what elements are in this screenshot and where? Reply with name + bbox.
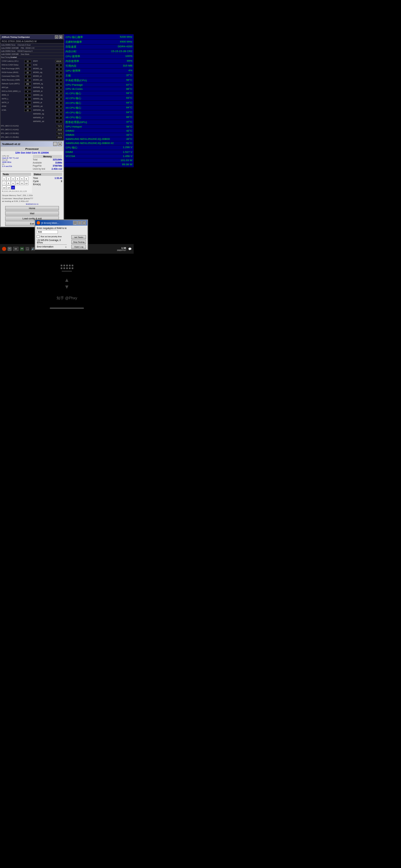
hw-row-core1: #1 CPU 核心 64°C	[65, 91, 133, 96]
hw-row-gpu-usage: GPU 使用率 4%	[65, 69, 133, 73]
hw-row-core3: #3 CPU 核心 64°C	[65, 101, 133, 106]
dialog-icon	[37, 221, 40, 225]
test-pattern: 8,1,9,1,14,2,0,10,1,11,1,15	[2, 190, 31, 192]
hw-row-mem-timing: 内存计时 15-15-15-28 CR2	[65, 49, 133, 54]
taskbar-time: 1:38 2022/7/17	[117, 247, 126, 251]
status-title: Status	[33, 173, 62, 176]
hw-row-dimm4: DIMM4 43°C	[65, 133, 133, 137]
mem-available: 316Mb	[55, 161, 62, 164]
dialog-box: [0 Errors] Mem... _ □ × Enter megabytes …	[35, 219, 88, 250]
date-display: 2022/7/17	[117, 249, 126, 251]
taskbar-icon-audio[interactable]: 🎧	[25, 247, 29, 251]
screenshot-area: ASRock Timing Configurator - × ROG STRIX…	[0, 34, 134, 254]
hw-row-cpu-package: CPU Package 67°C	[65, 83, 133, 87]
status-cycle: 3	[61, 180, 62, 182]
customize-label: Customize: HeavySopt @anta777	[1, 197, 63, 200]
zhihu-watermark: 知乎 @Phxy	[57, 293, 77, 303]
hw-row-samsung1: SAMSUNG MZVL2512HCJQ-00B00 43°C	[65, 137, 133, 141]
hw-row-power2: 89.38 W	[65, 162, 133, 167]
processor-name: 12th Gen Intel Core i5-12600K	[1, 151, 63, 154]
keyboard-area	[61, 259, 73, 274]
taskbar-icon-volume[interactable]: 🔊	[31, 247, 35, 251]
hw-row-vccsa: VCCSA 1.456 V	[65, 154, 133, 158]
bottom-area: ▲ ▼ 知乎 @Phxy	[0, 254, 134, 313]
nav-down-arrow[interactable]: ▼	[64, 284, 70, 290]
hw-row-cpu-usage: CPU 使用率 100%	[65, 54, 133, 59]
ram-input[interactable]	[37, 230, 58, 234]
asrock-panel: ASRock Timing Configurator - × ROG STRIX…	[0, 34, 64, 141]
hw-row-core2: #2 CPU 核心 63°C	[65, 96, 133, 101]
open-log-btn[interactable]: Open Log	[71, 245, 86, 249]
hw-row-gpu-temp: 图形处理器(GPU) 47°C	[65, 120, 133, 125]
asrock-title: ASRock Timing Configurator	[2, 36, 30, 38]
simple-test-label: Simple Memory Test*, 256, 1.3Gb	[1, 194, 63, 197]
taskbar-icon-64[interactable]: 64	[13, 247, 19, 251]
mem-pagefile: 37897Mb	[53, 165, 62, 167]
hw-row-samsung2: SAMSUNG MZVL2512HCJQ-00B00 #2 51°C	[65, 141, 133, 145]
testmem-titlebar: TestMem5 v0.12 _ ×	[1, 141, 63, 147]
dialog-titlebar: [0 Errors] Mem... _ □ ×	[35, 220, 87, 226]
asrock-subtitle: ROG STRIX Z690-A GAMING W	[0, 39, 64, 44]
checkbox-label: Run as low priority thre	[40, 236, 61, 238]
testmem-website[interactable]: testmem.tz.ru	[1, 203, 63, 205]
hw-row-core4: #4 CPU 核心 64°C	[65, 106, 133, 110]
taskbar-icon-red[interactable]	[2, 247, 6, 251]
mem-total: 32510Mb	[53, 158, 62, 161]
processor-section-title: Processor	[1, 147, 63, 151]
home-button[interactable]: Home	[5, 206, 59, 210]
dialog-button-group: tart Testin Stop Testing Open Log	[71, 235, 86, 249]
asrock-close-btn[interactable]: ×	[59, 35, 62, 39]
status-time: 1:33.46	[54, 177, 62, 179]
coverage-text: \ [\] 945.6% Coverage, 0 Errors	[37, 239, 67, 244]
io-id: 3.4 sec/Gb	[2, 165, 32, 167]
stop-testing-btn[interactable]: Stop Testing	[71, 240, 86, 244]
taskbar-left: 📷 64 🎮 🎧 🔊 英	[2, 247, 40, 251]
hw-row-nb-freq: 北桥时钟频率 4900 MHz	[65, 40, 133, 45]
hw-row-cpu-ia-cores: CPU IA Cores 66°C	[65, 87, 133, 91]
hw-row-mem-usage: 内存使用率 99%	[65, 59, 133, 64]
hw-row-cpu-freq: CPU 核心频率 5200 MHz	[65, 35, 133, 40]
hw-row-core5: #5 CPU 核心 64°C	[65, 110, 133, 115]
nav-arrows: ▲ ▼	[64, 277, 70, 290]
testmem-title: TestMem5 v0.12	[2, 143, 20, 145]
nav-up-arrow[interactable]: ▲	[64, 277, 70, 283]
hw-row-gpu-hotspot: GPU Hotspot 58°C	[65, 125, 133, 129]
hw-row-motherboard: 主板 37°C	[65, 73, 133, 78]
test-numbers: 1 2 3 4 5 6 7 8 9 10 11 12 13 14	[2, 177, 31, 190]
tests-title: Tests	[2, 173, 31, 176]
mem-used-by-test: 2.4Gb x12	[51, 168, 62, 170]
testmem-minimize-btn[interactable]: _	[53, 142, 57, 146]
hw-row-core6: #6 CPU 核心 66°C	[65, 115, 133, 120]
hw-row-cpu-voltage: CPU 核心 1.296 V	[65, 145, 133, 150]
testmem-panel: TestMem5 v0.12 _ × Processor 12th Gen In…	[0, 141, 64, 227]
testmem-close-btn[interactable]: ×	[58, 142, 62, 146]
taskbar-notification-icon[interactable]: 💬	[128, 248, 132, 251]
dialog-input-label: Enter megabytes of RAM to te	[37, 227, 67, 229]
asrock-titlebar: ASRock Timing Configurator - ×	[0, 35, 64, 39]
error-label: Error information	[37, 245, 53, 248]
start-testing-btn[interactable]: tart Testin	[71, 235, 86, 239]
dialog-restore-btn[interactable]: □	[77, 221, 82, 225]
hw-row-cpu-temp: 中央处理器(CPU) 55°C	[65, 78, 133, 83]
error-section: Error information ▲	[37, 244, 67, 248]
taskbar-icon-gpu[interactable]: 🎮	[20, 247, 24, 251]
hwinfo-panel: CPU 核心频率 5200 MHz 北桥时钟频率 4900 MHz 存取速度 D…	[64, 34, 134, 167]
dialog-close-btn[interactable]: ×	[82, 221, 86, 225]
keyboard-dots-icon	[61, 265, 73, 272]
hw-row-avail-mem: 可用内存 315 MB	[65, 64, 133, 69]
checkbox-row: Run as low priority thre	[37, 235, 67, 238]
mail-button[interactable]: Mail	[5, 211, 59, 216]
hw-row-access-speed: 存取速度 DDR4-4200	[65, 45, 133, 49]
hw-row-power1: 101.03 W	[65, 158, 133, 162]
dialog-title: [0 Errors] Mem...	[41, 222, 59, 224]
taskbar-icon-cam[interactable]: 📷	[8, 247, 12, 251]
hw-row-dimm2: DIMM2 42°C	[65, 129, 133, 133]
priority-checkbox[interactable]	[37, 235, 39, 238]
started-label: art testing at 0:04, 2.4Gb x12	[1, 200, 63, 203]
top-status-bar	[0, 0, 134, 34]
dialog-minimize-btn[interactable]: _	[73, 221, 77, 225]
taskbar-right: 1:38 2022/7/17 💬	[117, 247, 132, 251]
time-display: 1:38	[117, 247, 126, 249]
asrock-minimize-btn[interactable]: -	[55, 35, 58, 39]
home-indicator	[50, 308, 84, 309]
